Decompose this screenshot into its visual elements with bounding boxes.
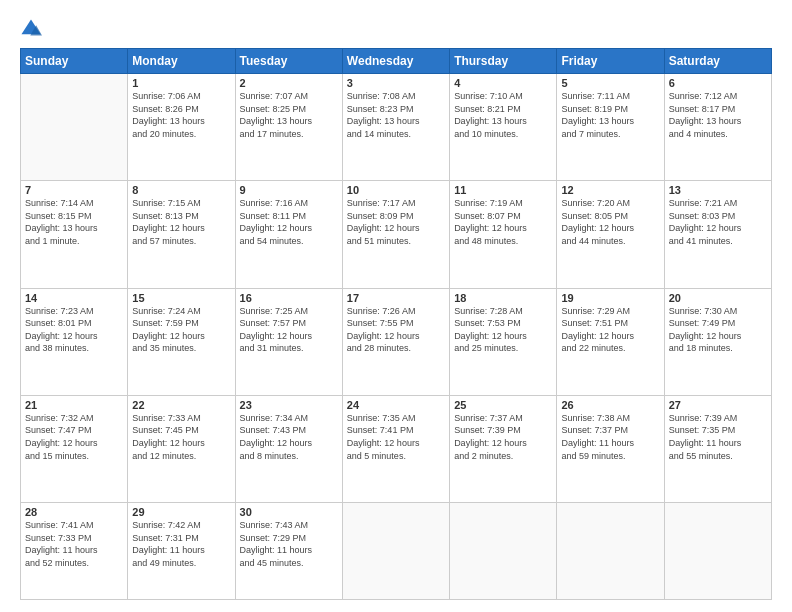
day-info: Sunrise: 7:12 AM Sunset: 8:17 PM Dayligh… <box>669 90 767 140</box>
calendar-cell: 30Sunrise: 7:43 AM Sunset: 7:29 PM Dayli… <box>235 503 342 600</box>
calendar-cell <box>450 503 557 600</box>
calendar-header-row: SundayMondayTuesdayWednesdayThursdayFrid… <box>21 49 772 74</box>
calendar-cell: 28Sunrise: 7:41 AM Sunset: 7:33 PM Dayli… <box>21 503 128 600</box>
calendar-cell: 7Sunrise: 7:14 AM Sunset: 8:15 PM Daylig… <box>21 181 128 288</box>
day-number: 2 <box>240 77 338 89</box>
day-info: Sunrise: 7:17 AM Sunset: 8:09 PM Dayligh… <box>347 197 445 247</box>
calendar-week-row: 1Sunrise: 7:06 AM Sunset: 8:26 PM Daylig… <box>21 74 772 181</box>
calendar-cell: 21Sunrise: 7:32 AM Sunset: 7:47 PM Dayli… <box>21 395 128 502</box>
day-number: 26 <box>561 399 659 411</box>
day-info: Sunrise: 7:15 AM Sunset: 8:13 PM Dayligh… <box>132 197 230 247</box>
calendar-cell: 26Sunrise: 7:38 AM Sunset: 7:37 PM Dayli… <box>557 395 664 502</box>
day-number: 3 <box>347 77 445 89</box>
calendar-day-header: Sunday <box>21 49 128 74</box>
day-info: Sunrise: 7:37 AM Sunset: 7:39 PM Dayligh… <box>454 412 552 462</box>
day-number: 24 <box>347 399 445 411</box>
day-number: 7 <box>25 184 123 196</box>
day-number: 30 <box>240 506 338 518</box>
calendar-cell: 2Sunrise: 7:07 AM Sunset: 8:25 PM Daylig… <box>235 74 342 181</box>
calendar-cell: 20Sunrise: 7:30 AM Sunset: 7:49 PM Dayli… <box>664 288 771 395</box>
day-number: 19 <box>561 292 659 304</box>
day-number: 12 <box>561 184 659 196</box>
day-info: Sunrise: 7:32 AM Sunset: 7:47 PM Dayligh… <box>25 412 123 462</box>
calendar-cell: 14Sunrise: 7:23 AM Sunset: 8:01 PM Dayli… <box>21 288 128 395</box>
calendar-cell: 4Sunrise: 7:10 AM Sunset: 8:21 PM Daylig… <box>450 74 557 181</box>
calendar-cell: 24Sunrise: 7:35 AM Sunset: 7:41 PM Dayli… <box>342 395 449 502</box>
day-number: 1 <box>132 77 230 89</box>
day-number: 14 <box>25 292 123 304</box>
day-info: Sunrise: 7:25 AM Sunset: 7:57 PM Dayligh… <box>240 305 338 355</box>
day-number: 15 <box>132 292 230 304</box>
day-info: Sunrise: 7:24 AM Sunset: 7:59 PM Dayligh… <box>132 305 230 355</box>
day-info: Sunrise: 7:06 AM Sunset: 8:26 PM Dayligh… <box>132 90 230 140</box>
calendar-week-row: 21Sunrise: 7:32 AM Sunset: 7:47 PM Dayli… <box>21 395 772 502</box>
day-info: Sunrise: 7:16 AM Sunset: 8:11 PM Dayligh… <box>240 197 338 247</box>
day-number: 27 <box>669 399 767 411</box>
calendar-week-row: 7Sunrise: 7:14 AM Sunset: 8:15 PM Daylig… <box>21 181 772 288</box>
day-info: Sunrise: 7:35 AM Sunset: 7:41 PM Dayligh… <box>347 412 445 462</box>
calendar-cell: 18Sunrise: 7:28 AM Sunset: 7:53 PM Dayli… <box>450 288 557 395</box>
day-info: Sunrise: 7:28 AM Sunset: 7:53 PM Dayligh… <box>454 305 552 355</box>
day-info: Sunrise: 7:21 AM Sunset: 8:03 PM Dayligh… <box>669 197 767 247</box>
calendar-cell: 8Sunrise: 7:15 AM Sunset: 8:13 PM Daylig… <box>128 181 235 288</box>
day-number: 5 <box>561 77 659 89</box>
day-info: Sunrise: 7:19 AM Sunset: 8:07 PM Dayligh… <box>454 197 552 247</box>
calendar-cell: 17Sunrise: 7:26 AM Sunset: 7:55 PM Dayli… <box>342 288 449 395</box>
day-number: 20 <box>669 292 767 304</box>
day-number: 9 <box>240 184 338 196</box>
day-number: 8 <box>132 184 230 196</box>
calendar-cell: 22Sunrise: 7:33 AM Sunset: 7:45 PM Dayli… <box>128 395 235 502</box>
day-info: Sunrise: 7:43 AM Sunset: 7:29 PM Dayligh… <box>240 519 338 569</box>
calendar-cell: 16Sunrise: 7:25 AM Sunset: 7:57 PM Dayli… <box>235 288 342 395</box>
calendar-cell <box>342 503 449 600</box>
calendar-cell <box>557 503 664 600</box>
day-info: Sunrise: 7:39 AM Sunset: 7:35 PM Dayligh… <box>669 412 767 462</box>
day-number: 4 <box>454 77 552 89</box>
day-info: Sunrise: 7:34 AM Sunset: 7:43 PM Dayligh… <box>240 412 338 462</box>
day-info: Sunrise: 7:20 AM Sunset: 8:05 PM Dayligh… <box>561 197 659 247</box>
day-number: 23 <box>240 399 338 411</box>
calendar-day-header: Thursday <box>450 49 557 74</box>
calendar-cell <box>21 74 128 181</box>
calendar-cell: 27Sunrise: 7:39 AM Sunset: 7:35 PM Dayli… <box>664 395 771 502</box>
calendar-week-row: 14Sunrise: 7:23 AM Sunset: 8:01 PM Dayli… <box>21 288 772 395</box>
calendar-day-header: Wednesday <box>342 49 449 74</box>
calendar-cell: 5Sunrise: 7:11 AM Sunset: 8:19 PM Daylig… <box>557 74 664 181</box>
day-number: 6 <box>669 77 767 89</box>
day-number: 13 <box>669 184 767 196</box>
day-info: Sunrise: 7:23 AM Sunset: 8:01 PM Dayligh… <box>25 305 123 355</box>
day-info: Sunrise: 7:42 AM Sunset: 7:31 PM Dayligh… <box>132 519 230 569</box>
calendar-cell: 13Sunrise: 7:21 AM Sunset: 8:03 PM Dayli… <box>664 181 771 288</box>
day-info: Sunrise: 7:29 AM Sunset: 7:51 PM Dayligh… <box>561 305 659 355</box>
calendar-day-header: Friday <box>557 49 664 74</box>
day-info: Sunrise: 7:11 AM Sunset: 8:19 PM Dayligh… <box>561 90 659 140</box>
day-info: Sunrise: 7:26 AM Sunset: 7:55 PM Dayligh… <box>347 305 445 355</box>
day-number: 28 <box>25 506 123 518</box>
calendar-cell: 19Sunrise: 7:29 AM Sunset: 7:51 PM Dayli… <box>557 288 664 395</box>
day-info: Sunrise: 7:41 AM Sunset: 7:33 PM Dayligh… <box>25 519 123 569</box>
calendar-day-header: Saturday <box>664 49 771 74</box>
calendar-cell: 10Sunrise: 7:17 AM Sunset: 8:09 PM Dayli… <box>342 181 449 288</box>
calendar-day-header: Monday <box>128 49 235 74</box>
calendar-day-header: Tuesday <box>235 49 342 74</box>
day-number: 17 <box>347 292 445 304</box>
day-info: Sunrise: 7:08 AM Sunset: 8:23 PM Dayligh… <box>347 90 445 140</box>
day-number: 11 <box>454 184 552 196</box>
day-info: Sunrise: 7:07 AM Sunset: 8:25 PM Dayligh… <box>240 90 338 140</box>
day-info: Sunrise: 7:33 AM Sunset: 7:45 PM Dayligh… <box>132 412 230 462</box>
calendar-cell: 12Sunrise: 7:20 AM Sunset: 8:05 PM Dayli… <box>557 181 664 288</box>
logo <box>20 18 46 40</box>
calendar-cell: 25Sunrise: 7:37 AM Sunset: 7:39 PM Dayli… <box>450 395 557 502</box>
day-info: Sunrise: 7:10 AM Sunset: 8:21 PM Dayligh… <box>454 90 552 140</box>
day-number: 21 <box>25 399 123 411</box>
calendar-cell: 11Sunrise: 7:19 AM Sunset: 8:07 PM Dayli… <box>450 181 557 288</box>
calendar-cell: 23Sunrise: 7:34 AM Sunset: 7:43 PM Dayli… <box>235 395 342 502</box>
day-number: 16 <box>240 292 338 304</box>
logo-icon <box>20 18 42 40</box>
calendar-table: SundayMondayTuesdayWednesdayThursdayFrid… <box>20 48 772 600</box>
header <box>20 18 772 40</box>
calendar-week-row: 28Sunrise: 7:41 AM Sunset: 7:33 PM Dayli… <box>21 503 772 600</box>
page: SundayMondayTuesdayWednesdayThursdayFrid… <box>0 0 792 612</box>
day-number: 10 <box>347 184 445 196</box>
day-number: 29 <box>132 506 230 518</box>
